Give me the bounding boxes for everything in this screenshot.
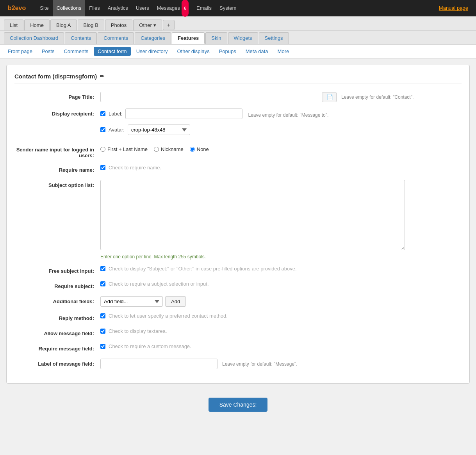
- panel-title: Contact form (disp=msgform) ✏: [14, 73, 462, 84]
- free-subject-input-checkbox[interactable]: [100, 266, 105, 271]
- nav-analytics[interactable]: Analytics: [104, 0, 132, 16]
- ftab-skin[interactable]: Skin: [205, 32, 227, 44]
- subnav-meta-data[interactable]: Meta data: [242, 47, 272, 56]
- add-field-button[interactable]: Add: [165, 296, 186, 307]
- subnav-contact-form[interactable]: Contact form: [94, 47, 130, 56]
- nav-emails[interactable]: Emails: [193, 0, 216, 16]
- nav-messages[interactable]: Messages 6: [153, 0, 193, 17]
- collection-tab-blog-b[interactable]: Blog B: [78, 20, 104, 30]
- label-of-message-field-input[interactable]: [100, 359, 217, 369]
- subnav-posts[interactable]: Posts: [38, 47, 59, 56]
- require-subject-checkbox[interactable]: [100, 281, 105, 286]
- ftab-comments[interactable]: Comments: [98, 32, 134, 44]
- allow-message-field-label: Allow message field:: [14, 328, 100, 336]
- main-content: Contact form (disp=msgform) ✏ Page Title…: [0, 59, 476, 390]
- subject-option-list-label: Subject option list:: [14, 180, 100, 188]
- collection-tab-other[interactable]: Other ▾: [133, 20, 162, 30]
- radio-nickname-input[interactable]: [154, 147, 159, 152]
- nav-system[interactable]: System: [216, 0, 240, 16]
- ftab-collection-dashboard[interactable]: Collection Dashboard: [4, 32, 64, 44]
- chevron-down-icon: ▾: [153, 22, 156, 28]
- sender-name-radio-group: First + Last Name Nickname None: [100, 144, 209, 152]
- require-subject-control: Check to require a subject selection or …: [100, 281, 462, 290]
- reply-method-checkbox[interactable]: [100, 313, 105, 318]
- nav-files[interactable]: Files: [85, 0, 103, 16]
- free-subject-input-label: Free subject input:: [14, 266, 100, 274]
- radio-none-input[interactable]: [190, 147, 195, 152]
- avatar-label-text: Avatar:: [109, 127, 125, 133]
- avatar-select[interactable]: crop-top-48x48 crop-64x64 fit-80x80 crop…: [128, 124, 190, 135]
- manual-page-link[interactable]: Manual page: [435, 0, 472, 16]
- allow-message-field-row: Allow message field: Check to display te…: [14, 328, 462, 337]
- display-recipient-row: Display recipient: Label: Leave empty fo…: [14, 108, 462, 138]
- collection-tab-list[interactable]: List: [4, 20, 23, 30]
- label-checkbox[interactable]: [100, 111, 105, 116]
- label-checkbox-row: Label: Leave empty for default: "Message…: [100, 108, 328, 119]
- label-input[interactable]: [125, 108, 242, 119]
- sender-name-label: Sender name input for logged in users:: [14, 144, 100, 158]
- edit-icon[interactable]: ✏: [100, 73, 104, 79]
- free-subject-input-control: Check to display "Subject:" or "Other:" …: [100, 266, 462, 275]
- add-collection-button[interactable]: +: [163, 20, 175, 30]
- free-subject-input-row: Free subject input: Check to display "Su…: [14, 266, 462, 275]
- subnav-more[interactable]: More: [274, 47, 293, 56]
- save-changes-button[interactable]: Save Changes!: [209, 398, 268, 412]
- page-title-row: Page Title: 📄 Leave empty for default: "…: [14, 92, 462, 102]
- contact-form-panel: Contact form (disp=msgform) ✏ Page Title…: [6, 65, 470, 384]
- nav-collections[interactable]: Collections: [53, 0, 86, 16]
- radio-nickname[interactable]: Nickname: [154, 146, 184, 152]
- require-name-hint: Check to require name.: [109, 165, 161, 171]
- subnav-other-displays[interactable]: Other displays: [173, 47, 214, 56]
- label-of-message-field-hint: Leave empty for default: "Message".: [222, 359, 298, 367]
- avatar-checkbox-row: Avatar: crop-top-48x48 crop-64x64 fit-80…: [100, 124, 190, 135]
- require-name-row: Require name: Check to require name.: [14, 165, 462, 174]
- collection-tabs: List Home Blog A Blog B Photos Other ▾ +: [0, 16, 476, 31]
- require-subject-hint: Check to require a subject selection or …: [109, 281, 209, 287]
- ftab-categories[interactable]: Categories: [135, 32, 171, 44]
- display-recipient-control: Label: Leave empty for default: "Message…: [100, 108, 462, 138]
- subject-option-list-control: Enter one option per line. Max length 25…: [100, 180, 462, 259]
- avatar-checkbox[interactable]: [100, 127, 105, 132]
- sender-name-control: First + Last Name Nickname None: [100, 144, 462, 152]
- radio-first-last-input[interactable]: [100, 147, 105, 152]
- display-recipient-label: Display recipient:: [14, 108, 100, 117]
- sender-name-row: Sender name input for logged in users: F…: [14, 144, 462, 158]
- require-name-control: Check to require name.: [100, 165, 462, 174]
- ftab-contents[interactable]: Contents: [65, 32, 97, 44]
- additional-fields-control: Add field... Name Email Phone Address Ad…: [100, 296, 462, 307]
- nav-users[interactable]: Users: [132, 0, 153, 16]
- collection-tab-blog-a[interactable]: Blog A: [50, 20, 77, 30]
- subnav-popups[interactable]: Popups: [215, 47, 240, 56]
- additional-fields-row: Additional fields: Add field... Name Ema…: [14, 296, 462, 307]
- require-message-field-control: Check to require a custom message.: [100, 343, 462, 352]
- label-of-message-field-control: Leave empty for default: "Message".: [100, 359, 462, 369]
- collection-tab-photos[interactable]: Photos: [105, 20, 132, 30]
- subnav-comments[interactable]: Comments: [60, 47, 92, 56]
- label-hint: Leave empty for default: "Message to".: [248, 110, 328, 118]
- label-of-message-field-row: Label of message field: Leave empty for …: [14, 359, 462, 369]
- add-field-select[interactable]: Add field... Name Email Phone Address: [100, 296, 163, 307]
- ftab-settings[interactable]: Settings: [259, 32, 289, 44]
- free-subject-input-hint: Check to display "Subject:" or "Other:" …: [109, 266, 297, 272]
- require-message-field-checkbox[interactable]: [100, 344, 105, 349]
- subnav-front-page[interactable]: Front page: [4, 47, 36, 56]
- page-title-edit-button[interactable]: 📄: [323, 92, 337, 102]
- page-title-input[interactable]: [100, 92, 323, 102]
- brand-logo[interactable]: b2evo: [4, 0, 30, 16]
- require-subject-label: Require subject:: [14, 281, 100, 289]
- radio-first-last[interactable]: First + Last Name: [100, 146, 148, 152]
- radio-none[interactable]: None: [190, 146, 209, 152]
- messages-badge-count: 6: [182, 0, 189, 17]
- require-name-checkbox[interactable]: [100, 165, 105, 170]
- subject-option-list-textarea[interactable]: [100, 180, 405, 250]
- page-title-hint: Leave empty for default: "Contact".: [341, 92, 414, 100]
- ftab-features[interactable]: Features: [172, 32, 205, 44]
- reply-method-hint: Check to let user specify a preferred co…: [109, 313, 228, 319]
- require-name-label: Require name:: [14, 165, 100, 173]
- collection-tab-home[interactable]: Home: [24, 20, 50, 30]
- ftab-widgets[interactable]: Widgets: [228, 32, 258, 44]
- subnav-user-directory[interactable]: User directory: [132, 47, 172, 56]
- allow-message-field-checkbox[interactable]: [100, 329, 105, 334]
- nav-site[interactable]: Site: [36, 0, 52, 16]
- require-message-field-hint: Check to require a custom message.: [109, 343, 191, 349]
